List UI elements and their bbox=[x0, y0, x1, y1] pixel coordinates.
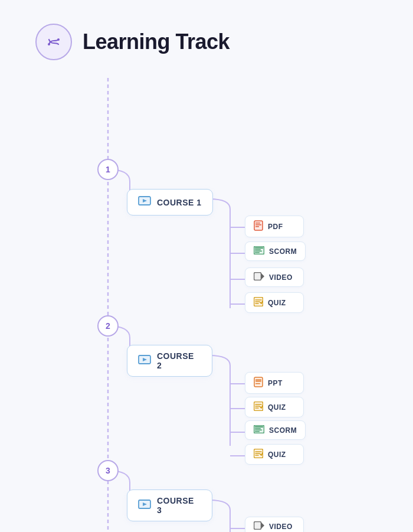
resource-label-quiz-2a: QUIZ bbox=[268, 403, 286, 412]
svg-rect-18 bbox=[254, 221, 263, 230]
svg-marker-28 bbox=[261, 273, 264, 279]
resource-label-video-1: VIDEO bbox=[269, 273, 293, 282]
svg-rect-39 bbox=[255, 431, 260, 432]
resource-label-ppt-2: PPT bbox=[268, 379, 283, 387]
svg-rect-25 bbox=[255, 251, 262, 252]
svg-rect-27 bbox=[254, 273, 261, 280]
resource-label-scorm-1: SCORM bbox=[269, 247, 297, 256]
svg-rect-19 bbox=[255, 223, 260, 224]
resource-quiz-1[interactable]: QUIZ bbox=[245, 292, 304, 313]
course-label-2: COURSE 2 bbox=[157, 351, 201, 370]
course-card-2[interactable]: COURSE 2 bbox=[127, 345, 212, 377]
course-icon-1 bbox=[138, 195, 151, 209]
quiz-icon-1 bbox=[254, 297, 263, 308]
learning-track-icon bbox=[35, 24, 72, 60]
resource-video-1[interactable]: VIDEO bbox=[245, 267, 304, 287]
resource-label-scorm-2: SCORM bbox=[269, 426, 297, 435]
connector-svg bbox=[0, 78, 413, 532]
resource-label-quiz-2b: QUIZ bbox=[268, 451, 286, 459]
resource-ppt-2[interactable]: PPT bbox=[245, 372, 304, 394]
video-icon-1 bbox=[254, 272, 264, 282]
svg-marker-43 bbox=[261, 523, 264, 528]
course-card-3[interactable]: COURSE 3 bbox=[127, 489, 212, 521]
resource-video-3[interactable]: VIDEO bbox=[245, 517, 304, 532]
course-label-3: COURSE 3 bbox=[157, 496, 201, 515]
svg-point-0 bbox=[48, 43, 50, 45]
svg-rect-37 bbox=[255, 428, 261, 429]
pdf-icon bbox=[254, 220, 263, 233]
resource-label-quiz-1: QUIZ bbox=[268, 299, 286, 307]
svg-rect-23 bbox=[255, 247, 263, 249]
step-node-2: 2 bbox=[97, 315, 119, 337]
svg-rect-33 bbox=[255, 383, 260, 384]
resource-scorm-1[interactable]: SCORM bbox=[245, 241, 306, 261]
course-label-1: COURSE 1 bbox=[157, 198, 202, 207]
course-card-1[interactable]: COURSE 1 bbox=[127, 189, 213, 216]
page-container: Learning Track bbox=[0, 0, 413, 532]
resource-quiz-2a[interactable]: QUIZ bbox=[245, 397, 304, 417]
resource-label-pdf-1: PDF bbox=[268, 223, 283, 231]
course-icon-2 bbox=[138, 354, 151, 368]
ppt-icon bbox=[254, 377, 263, 389]
page-title: Learning Track bbox=[83, 30, 230, 54]
svg-rect-36 bbox=[255, 426, 263, 427]
svg-rect-38 bbox=[255, 430, 262, 431]
resource-scorm-2[interactable]: SCORM bbox=[245, 420, 306, 440]
video-icon-3 bbox=[254, 521, 264, 531]
svg-rect-32 bbox=[255, 379, 261, 382]
header: Learning Track bbox=[0, 24, 413, 78]
scorm-icon bbox=[254, 246, 264, 256]
step-node-3: 3 bbox=[97, 460, 119, 481]
quiz-icon-2a bbox=[254, 402, 263, 413]
step-node-1: 1 bbox=[97, 159, 119, 180]
svg-rect-20 bbox=[255, 224, 261, 226]
scorm-icon-2 bbox=[254, 425, 264, 435]
resource-label-video-3: VIDEO bbox=[269, 523, 293, 531]
svg-rect-24 bbox=[255, 249, 261, 250]
quiz-icon-2b bbox=[254, 449, 263, 460]
course-icon-3 bbox=[138, 499, 151, 513]
resource-quiz-2b[interactable]: QUIZ bbox=[245, 444, 304, 465]
svg-rect-42 bbox=[254, 522, 261, 530]
svg-rect-26 bbox=[255, 252, 260, 253]
flow-layout: 1 COURSE 1 PDF bbox=[0, 78, 413, 532]
svg-rect-21 bbox=[255, 226, 259, 227]
svg-point-1 bbox=[57, 38, 60, 41]
resource-pdf-1[interactable]: PDF bbox=[245, 216, 304, 237]
